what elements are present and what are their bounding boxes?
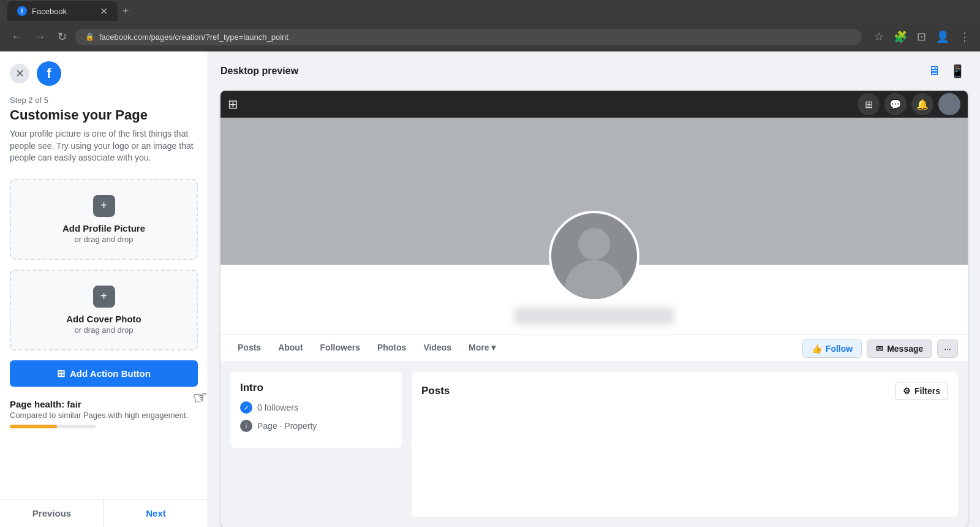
- fb-grid-icon[interactable]: ⊞: [228, 97, 238, 112]
- health-bar-bg: [10, 425, 96, 428]
- fb-more-options-button[interactable]: ···: [937, 339, 958, 358]
- step-label: Step 2 of 5: [10, 96, 198, 105]
- followers-text: 0 followers: [257, 403, 298, 412]
- fb-nav-followers[interactable]: Followers: [313, 335, 368, 362]
- new-tab-button[interactable]: +: [123, 5, 129, 18]
- avatar-head: [578, 228, 610, 260]
- sidebar-toggle-icon[interactable]: ⊡: [914, 28, 929, 46]
- extension-icon[interactable]: 🧩: [891, 28, 910, 46]
- fb-nav-about[interactable]: About: [271, 335, 310, 362]
- browser-controls: ← → ↻ 🔒 facebook.com/pages/creation/?ref…: [0, 22, 980, 51]
- fb-filters-button[interactable]: ⚙ Filters: [895, 382, 948, 400]
- fb-intro-followers-item: ✓ 0 followers: [240, 401, 392, 414]
- next-button[interactable]: Next: [104, 499, 208, 527]
- fb-top-icons: ⊞ 💬 🔔: [858, 93, 960, 115]
- followers-check-icon: ✓: [240, 401, 252, 414]
- fb-nav-photos[interactable]: Photos: [370, 335, 413, 362]
- fb-posts-header: Posts ⚙ Filters: [421, 382, 948, 400]
- browser-tab[interactable]: f Facebook ✕: [7, 1, 118, 21]
- fb-nav-actions: 👍 Follow ✉ Message ···: [802, 339, 958, 358]
- preview-header: Desktop preview 🖥 📱: [208, 51, 980, 91]
- profile-icon[interactable]: 👤: [933, 28, 952, 46]
- avatar-body: [565, 260, 624, 299]
- profile-picture-upload-icon: +: [93, 195, 115, 217]
- fb-intro-title: Intro: [240, 382, 392, 394]
- page-health-desc: Compared to similar Pages with high enga…: [10, 411, 198, 420]
- preview-title: Desktop preview: [221, 66, 298, 77]
- fb-nav-posts[interactable]: Posts: [230, 335, 268, 362]
- fb-nav-bar: Posts About Followers Photos Videos More…: [221, 335, 968, 362]
- default-avatar: [551, 213, 637, 299]
- cover-add-icon: +: [100, 289, 108, 303]
- page-description: Your profile picture is one of the first…: [10, 128, 198, 164]
- fb-intro-page-property-item: i Page · Property: [240, 420, 392, 432]
- add-cover-photo-sublabel: or drag and drop: [74, 325, 133, 335]
- previous-button[interactable]: Previous: [0, 499, 104, 527]
- fb-top-bar: ⊞ ⊞ 💬 🔔: [221, 91, 968, 118]
- add-cover-photo-label: Add Cover Photo: [66, 314, 141, 324]
- fb-posts-title: Posts: [421, 385, 450, 397]
- page-health-title: Page health: fair: [10, 399, 198, 409]
- add-icon: +: [100, 199, 108, 213]
- fb-page-name: [514, 308, 674, 325]
- sidebar-header: ✕ f: [0, 51, 208, 86]
- sidebar-footer: Previous Next: [0, 499, 208, 527]
- sidebar: ✕ f Step 2 of 5 Customise your Page Your…: [0, 51, 208, 527]
- menu-icon[interactable]: ⋮: [957, 28, 973, 46]
- address-bar[interactable]: 🔒 facebook.com/pages/creation/?ref_type=…: [75, 29, 862, 45]
- forward-button[interactable]: →: [31, 28, 49, 46]
- follow-icon: 👍: [812, 344, 822, 354]
- app-container: ✕ f Step 2 of 5 Customise your Page Your…: [0, 51, 980, 527]
- fb-top-left: ⊞: [228, 97, 238, 112]
- fb-intro-panel: Intro ✓ 0 followers i Page · Property: [230, 372, 402, 448]
- add-action-button-label: Add Action Button: [70, 368, 151, 379]
- fb-message-button[interactable]: ✉ Message: [867, 339, 932, 358]
- add-cover-photo-box[interactable]: + Add Cover Photo or drag and drop: [10, 270, 198, 351]
- action-btn-icon: ⊞: [57, 368, 65, 379]
- page-property-text: Page · Property: [257, 421, 317, 431]
- chevron-down-icon: ▾: [491, 343, 496, 352]
- fb-avatar[interactable]: [938, 93, 960, 115]
- desktop-preview-button[interactable]: 🖥: [925, 61, 943, 81]
- tab-title: Facebook: [32, 7, 67, 16]
- fb-content-area: Intro ✓ 0 followers i Page · Property Po…: [221, 362, 968, 527]
- fb-posts-panel: Posts ⚙ Filters: [412, 372, 958, 517]
- lock-icon: 🔒: [85, 32, 94, 41]
- address-text: facebook.com/pages/creation/?ref_type=la…: [99, 32, 288, 42]
- message-icon: ✉: [876, 344, 883, 354]
- fb-cover-photo: [221, 118, 968, 265]
- tab-favicon: f: [17, 6, 27, 16]
- page-info-icon: i: [240, 420, 252, 432]
- message-label: Message: [887, 344, 923, 354]
- bookmark-icon[interactable]: ☆: [872, 28, 886, 46]
- add-profile-picture-box[interactable]: + Add Profile Picture or drag and drop: [10, 179, 198, 260]
- follow-label: Follow: [826, 344, 853, 354]
- fb-messenger-button[interactable]: 💬: [884, 93, 907, 115]
- fb-nav-videos[interactable]: Videos: [416, 335, 459, 362]
- add-profile-picture-sublabel: or drag and drop: [74, 235, 133, 244]
- fb-follow-button[interactable]: 👍 Follow: [802, 339, 862, 358]
- filters-label: Filters: [914, 386, 940, 396]
- preview-device-buttons: 🖥 📱: [925, 61, 968, 81]
- fb-logo: f: [37, 61, 61, 86]
- mobile-preview-button[interactable]: 📱: [948, 61, 968, 81]
- fb-notifications-button[interactable]: 🔔: [911, 93, 933, 115]
- filters-icon: ⚙: [903, 386, 911, 396]
- back-button[interactable]: ←: [7, 28, 26, 46]
- refresh-button[interactable]: ↻: [54, 28, 70, 46]
- browser-action-icons: ☆ 🧩 ⊡ 👤 ⋮: [872, 28, 973, 46]
- close-button[interactable]: ✕: [10, 64, 29, 83]
- health-bar-fill: [10, 425, 57, 428]
- cover-photo-upload-icon: +: [93, 286, 115, 308]
- page-health: Page health: fair Compared to similar Pa…: [10, 399, 198, 428]
- browser-chrome: f Facebook ✕ +: [0, 0, 980, 22]
- page-title: Customise your Page: [10, 107, 198, 123]
- preview-area: Desktop preview 🖥 📱 ⊞ ⊞ 💬 🔔: [208, 51, 980, 527]
- fb-preview: ⊞ ⊞ 💬 🔔: [221, 91, 968, 527]
- close-icon: ✕: [15, 67, 24, 80]
- fb-nav-more[interactable]: More ▾: [461, 335, 503, 362]
- add-profile-picture-label: Add Profile Picture: [62, 223, 145, 233]
- add-action-button[interactable]: ⊞ Add Action Button: [10, 360, 198, 387]
- tab-close-icon[interactable]: ✕: [100, 6, 108, 17]
- fb-apps-button[interactable]: ⊞: [858, 93, 880, 115]
